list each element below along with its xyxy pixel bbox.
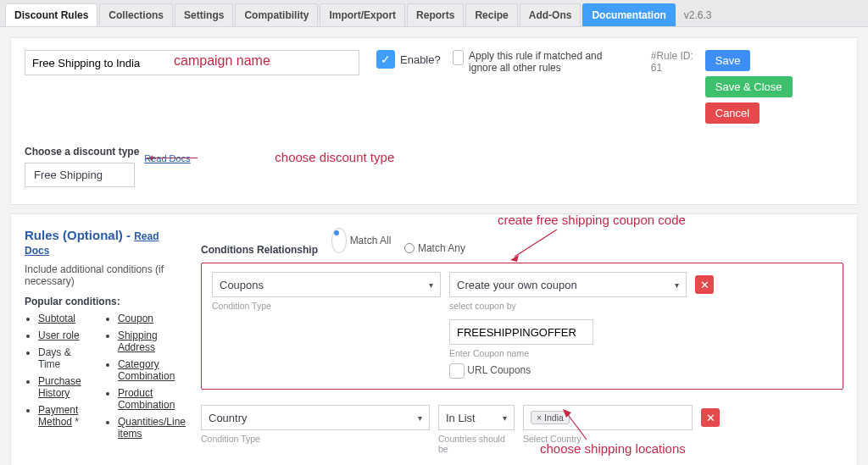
annotation-discount: choose discount type [275, 150, 394, 164]
delete-condition-button[interactable]: ✕ [695, 275, 714, 294]
popular-col-2: Coupon Shipping Address Category Combina… [104, 313, 186, 445]
popular-purchase-history[interactable]: Purchase History [38, 375, 81, 399]
popular-quantities-line-items[interactable]: Quantities/Line items [118, 416, 186, 440]
svg-line-2 [566, 412, 587, 440]
rule-header-panel: campaign name ✓ Enable? Apply this rule … [10, 37, 858, 205]
popular-user-role[interactable]: User role [38, 329, 80, 341]
popular-conditions-head: Popular conditions: [25, 296, 186, 307]
condition2-type-label: Condition Type [201, 434, 430, 444]
apply-rule-label: Apply this rule if matched and ignore al… [469, 50, 631, 74]
rule-id: #Rule ID: 61 [651, 50, 693, 74]
tab-reports[interactable]: Reports [407, 3, 464, 26]
popular-payment-method[interactable]: Payment Method [38, 404, 78, 428]
tab-collections[interactable]: Collections [99, 3, 173, 26]
tab-recipe[interactable]: Recipe [465, 3, 517, 26]
annotation-coupon: create free shipping coupon code [498, 213, 686, 227]
svg-marker-1 [510, 255, 519, 262]
operator-select[interactable]: In List▾ [438, 405, 515, 430]
popular-product-combination[interactable]: Product Combination [118, 387, 175, 411]
svg-line-0 [515, 230, 557, 257]
annotation-location: choose shipping locations [540, 441, 686, 456]
conditions-main: create free shipping coupon code Conditi… [201, 228, 843, 465]
match-all-radio[interactable]: Match All [331, 228, 392, 253]
country-multiselect[interactable]: × India [523, 405, 693, 430]
popular-shipping-address[interactable]: Shipping Address [118, 329, 158, 353]
rules-title: Rules (Optional) [25, 228, 123, 242]
popular-category-combination[interactable]: Category Combination [118, 358, 175, 382]
condition2-type-select[interactable]: Country▾ [201, 405, 430, 430]
enable-label: Enable? [400, 53, 441, 66]
tab-import-export[interactable]: Import/Export [320, 3, 405, 26]
tab-addons[interactable]: Add-Ons [520, 3, 581, 26]
popular-days-time[interactable]: Days & Time [38, 346, 71, 370]
main-tabs: Discount Rules Collections Settings Comp… [0, 0, 868, 27]
popular-col-1: Subtotal User role Days & Time Purchase … [25, 313, 86, 445]
tab-settings[interactable]: Settings [175, 3, 233, 26]
tab-compatibility[interactable]: Compatibility [235, 3, 318, 26]
save-button[interactable]: Save [705, 50, 751, 71]
rules-panel: Rules (Optional) - Read Docs Include add… [10, 213, 858, 465]
popular-coupon[interactable]: Coupon [118, 313, 153, 324]
campaign-name-input[interactable] [25, 50, 359, 75]
delete-condition2-button[interactable]: ✕ [701, 408, 720, 427]
condition-type-label: Condition Type [212, 301, 441, 311]
discount-type-select[interactable]: Free Shipping [25, 163, 135, 187]
arrow-icon [510, 230, 511, 230]
save-close-button[interactable]: Save & Close [705, 76, 793, 97]
coupon-mode-label: select coupon by [449, 301, 687, 311]
coupon-name-label: Enter Coupon name [449, 348, 687, 358]
enable-checkbox[interactable]: ✓ [376, 50, 395, 69]
condition-coupon-box: Coupons▾ Condition Type Create your own … [201, 263, 843, 390]
rules-subtitle: Include additional conditions (if necess… [25, 263, 186, 287]
arrow-icon [561, 407, 595, 444]
svg-marker-3 [563, 409, 571, 418]
apply-rule-checkbox[interactable] [453, 50, 464, 65]
tab-documentation[interactable]: Documentation [582, 3, 675, 26]
tab-discount-rules[interactable]: Discount Rules [5, 3, 97, 26]
coupon-mode-select[interactable]: Create your own coupon▾ [449, 272, 687, 297]
operator-label: Countries should be [438, 434, 515, 454]
rules-sidebar: Rules (Optional) - Read Docs Include add… [25, 228, 186, 465]
url-coupons-checkbox[interactable] [449, 363, 465, 379]
popular-subtotal[interactable]: Subtotal [38, 313, 75, 324]
match-any-radio[interactable]: Match Any [404, 242, 465, 254]
url-coupons-label: URL Coupons [467, 364, 531, 376]
cancel-button[interactable]: Cancel [705, 102, 760, 124]
coupon-code-input[interactable] [449, 319, 593, 345]
condition-type-select[interactable]: Coupons▾ [212, 272, 441, 297]
conditions-relationship-label: Conditions Relationship [201, 244, 318, 256]
version-label: v2.6.3 [684, 9, 712, 26]
read-docs-link[interactable]: Read Docs [144, 153, 190, 163]
